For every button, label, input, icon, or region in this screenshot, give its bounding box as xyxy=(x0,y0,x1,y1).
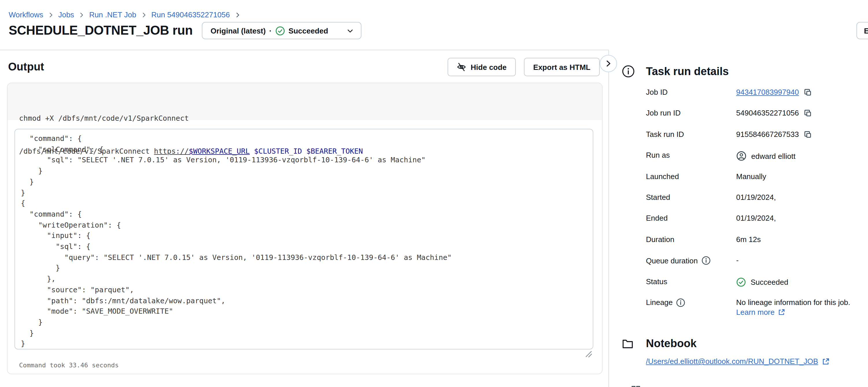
task-run-details-header: Task run details xyxy=(622,65,729,78)
workspace-url-variable[interactable]: $WORKSPACE_URL xyxy=(189,147,250,155)
panel-divider xyxy=(608,50,609,387)
copy-icon[interactable] xyxy=(804,88,812,97)
export-html-label: Export as HTML xyxy=(533,63,590,71)
page-title: SCHEDULE_DOTNET_JOB run xyxy=(9,23,192,38)
duration-value: 6m 12s xyxy=(736,235,761,243)
detail-label: Launched xyxy=(646,171,736,180)
chevron-right-icon xyxy=(140,11,147,18)
detail-row-run-as: Run as edward elliott xyxy=(646,150,868,161)
detail-row-status: Status Succeeded xyxy=(646,276,868,287)
job-run-id-value: 549046352271056 xyxy=(736,109,799,117)
chevron-right-icon xyxy=(47,11,54,18)
edit-button[interactable]: Ed xyxy=(857,22,868,39)
detail-row-launched: Launched Manually xyxy=(646,171,868,182)
next-section-icon xyxy=(631,385,641,387)
detail-label: Queue duration xyxy=(646,256,698,265)
notebook-section-header: Notebook xyxy=(622,337,696,350)
learn-more-link[interactable]: Learn more xyxy=(736,308,775,317)
success-check-icon xyxy=(275,26,285,36)
detail-label: Started xyxy=(646,192,736,202)
lineage-message: No lineage information for this job. xyxy=(736,298,850,307)
run-as-value: edward elliott xyxy=(751,152,796,160)
success-check-icon xyxy=(736,277,746,287)
task-run-details-title: Task run details xyxy=(646,65,729,78)
run-version-label: Original (latest) xyxy=(211,26,266,35)
launched-value: Manually xyxy=(736,172,766,180)
detail-label: Job ID xyxy=(646,86,736,97)
info-icon[interactable] xyxy=(701,256,710,265)
notebook-cell: chmod +X /dbfs/mnt/code/v1/SparkConnect … xyxy=(7,82,602,374)
run-status-label: Succeeded xyxy=(288,26,328,35)
cluster-id-variable: $CLUSTER_ID xyxy=(250,147,302,155)
task-run-details-rows: Job ID 943417083997940 Job run ID 549046… xyxy=(646,86,868,326)
breadcrumb-item-run-dotnet-job[interactable]: Run .NET Job xyxy=(89,10,136,19)
breadcrumb-item-run-id[interactable]: Run 549046352271056 xyxy=(151,10,230,19)
detail-label: Status xyxy=(646,276,736,286)
hide-code-button[interactable]: Hide code xyxy=(447,58,516,76)
detail-row-queue-duration: Queue duration - xyxy=(646,255,868,266)
workspace-url-link[interactable]: https:// xyxy=(154,147,189,155)
info-icon[interactable] xyxy=(622,65,635,78)
command-output-textarea[interactable]: "command": { "sqlCommand": { "sql": "SEL… xyxy=(14,129,593,349)
folder-icon xyxy=(622,338,634,350)
bearer-token-variable: $BEARER_TOKEN xyxy=(302,147,363,155)
queue-duration-value: - xyxy=(736,256,739,265)
output-header: Output Hide code Export as HTML xyxy=(8,58,600,76)
detail-label: Run as xyxy=(646,150,736,160)
external-link-icon xyxy=(822,357,830,365)
output-title: Output xyxy=(8,61,44,73)
chevron-right-icon xyxy=(78,11,85,18)
run-version-dropdown[interactable]: Original (latest) · Succeeded xyxy=(202,22,362,39)
export-html-button[interactable]: Export as HTML xyxy=(524,58,600,76)
breadcrumb-item-jobs[interactable]: Jobs xyxy=(58,10,74,19)
detail-label: Job run ID xyxy=(646,108,736,117)
collapse-panel-button[interactable] xyxy=(600,55,617,72)
command-code-block[interactable]: chmod +X /dbfs/mnt/code/v1/SparkConnect … xyxy=(7,83,602,120)
chevron-down-icon xyxy=(347,27,354,34)
detail-label: Task run ID xyxy=(646,129,736,139)
detail-row-lineage: Lineage No lineage information for this … xyxy=(646,297,868,317)
detail-row-job-run-id: Job run ID 549046352271056 xyxy=(646,108,868,119)
header-divider xyxy=(0,50,608,50)
detail-row-ended: Ended 01/19/2024, xyxy=(646,213,868,224)
breadcrumb: Workflows Jobs Run .NET Job Run 54904635… xyxy=(9,10,241,19)
detail-row-duration: Duration 6m 12s xyxy=(646,234,868,245)
copy-icon[interactable] xyxy=(804,130,812,139)
command-duration-caption: Command took 33.46 seconds xyxy=(19,361,119,369)
task-run-id-value: 915584667267533 xyxy=(736,130,799,139)
dot-separator: · xyxy=(269,26,272,35)
copy-icon[interactable] xyxy=(804,109,812,117)
bash-line-1: chmod +X /dbfs/mnt/code/v1/SparkConnect xyxy=(19,113,590,124)
detail-label: Lineage xyxy=(646,298,673,307)
ended-value: 01/19/2024, xyxy=(736,214,776,223)
external-link-icon xyxy=(778,309,785,316)
eye-off-icon xyxy=(457,62,466,72)
started-value: 01/19/2024, xyxy=(736,193,776,202)
breadcrumb-item-workflows[interactable]: Workflows xyxy=(9,10,43,19)
status-value: Succeeded xyxy=(751,278,788,286)
title-row: SCHEDULE_DOTNET_JOB run Original (latest… xyxy=(9,22,362,39)
user-avatar-icon xyxy=(736,151,747,161)
detail-row-started: Started 01/19/2024, xyxy=(646,192,868,203)
notebook-title: Notebook xyxy=(646,337,696,350)
job-id-link[interactable]: 943417083997940 xyxy=(736,88,799,97)
detail-label: Duration xyxy=(646,234,736,243)
hide-code-label: Hide code xyxy=(471,63,506,71)
detail-row-job-id: Job ID 943417083997940 xyxy=(646,86,868,98)
chevron-right-icon[interactable] xyxy=(234,11,241,18)
notebook-path: /Users/ed.elliott@outlook.com/RUN_DOTNET… xyxy=(646,357,818,365)
detail-label: Ended xyxy=(646,213,736,223)
info-icon[interactable] xyxy=(676,298,686,307)
resize-handle-icon[interactable] xyxy=(585,350,593,358)
notebook-path-link[interactable]: /Users/ed.elliott@outlook.com/RUN_DOTNET… xyxy=(646,357,830,365)
detail-row-task-run-id: Task run ID 915584667267533 xyxy=(646,129,868,140)
app-root: Workflows Jobs Run .NET Job Run 54904635… xyxy=(0,0,868,387)
